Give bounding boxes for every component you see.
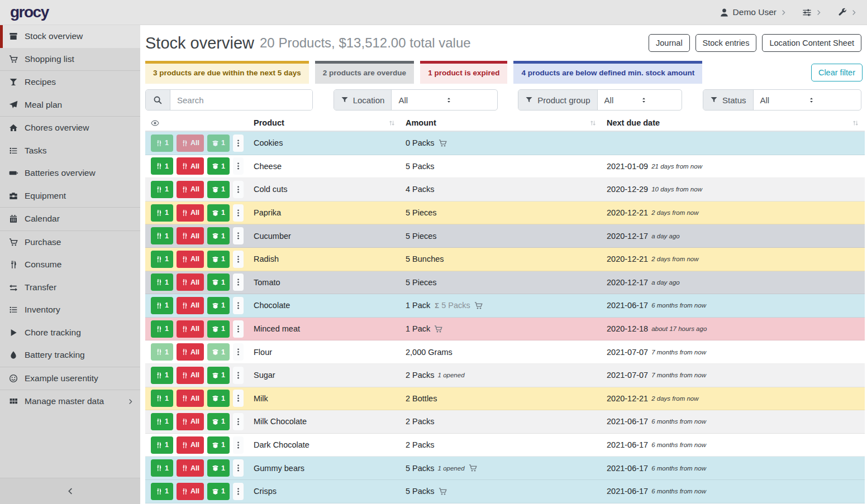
open-one-button[interactable]: 1 xyxy=(207,297,230,314)
open-one-button[interactable]: 1 xyxy=(207,413,230,430)
sidebar-item-meal-plan[interactable]: Meal plan xyxy=(0,94,140,117)
open-one-button[interactable]: 1 xyxy=(207,320,230,338)
consume-one-button[interactable]: 1 xyxy=(151,273,173,291)
open-one-button[interactable]: 1 xyxy=(207,251,230,268)
location-content-sheet-button[interactable]: Location Content Sheet xyxy=(762,34,861,52)
row-menu-button[interactable] xyxy=(233,157,244,175)
row-menu-button[interactable] xyxy=(233,343,244,361)
consume-all-button[interactable]: All xyxy=(177,181,204,198)
consume-one-button[interactable]: 1 xyxy=(151,343,173,361)
consume-all-button[interactable]: All xyxy=(177,273,204,291)
sidebar-item-manage-master-data[interactable]: Manage master data xyxy=(0,390,140,413)
open-one-button[interactable]: 1 xyxy=(207,204,230,222)
filter-select[interactable]: All xyxy=(598,90,682,110)
consume-all-button[interactable]: All xyxy=(177,251,204,268)
consume-one-button[interactable]: 1 xyxy=(151,157,173,175)
row-menu-button[interactable] xyxy=(233,204,244,222)
banner-secondary[interactable]: 2 products are overdue xyxy=(315,61,414,84)
consume-one-button[interactable]: 1 xyxy=(151,459,173,477)
row-menu-button[interactable] xyxy=(233,273,244,291)
row-menu-button[interactable] xyxy=(233,251,244,268)
consume-one-button[interactable]: 1 xyxy=(151,204,173,222)
row-menu-button[interactable] xyxy=(233,483,244,500)
consume-one-button[interactable]: 1 xyxy=(151,320,173,338)
open-one-button[interactable]: 1 xyxy=(207,390,230,407)
consume-one-button[interactable]: 1 xyxy=(151,390,173,407)
row-menu-button[interactable] xyxy=(233,227,244,244)
row-menu-button[interactable] xyxy=(233,181,244,198)
sidebar-item-purchase[interactable]: Purchase xyxy=(0,231,140,254)
column-header-product[interactable]: Product xyxy=(249,115,401,131)
row-menu-button[interactable] xyxy=(233,413,244,430)
consume-all-button[interactable]: All xyxy=(177,157,204,175)
row-menu-button[interactable] xyxy=(233,390,244,407)
filter-select[interactable]: All xyxy=(754,90,861,110)
filter-select[interactable]: All xyxy=(392,90,497,110)
row-menu-button[interactable] xyxy=(233,320,244,338)
consume-one-button[interactable]: 1 xyxy=(151,413,173,430)
sidebar-item-recipes[interactable]: Recipes xyxy=(0,71,140,94)
sidebar-item-inventory[interactable]: Inventory xyxy=(0,299,140,321)
open-one-button[interactable]: 1 xyxy=(207,343,230,361)
consume-all-button[interactable]: All xyxy=(177,204,204,222)
consume-one-button[interactable]: 1 xyxy=(151,251,173,268)
consume-all-button[interactable]: All xyxy=(177,320,204,338)
stock-entries-button[interactable]: Stock entries xyxy=(695,34,757,52)
consume-one-button[interactable]: 1 xyxy=(151,227,173,244)
sidebar-item-chores-overview[interactable]: Chores overview xyxy=(0,117,140,140)
journal-button[interactable]: Journal xyxy=(649,34,690,52)
sidebar-item-chore-tracking[interactable]: Chore tracking xyxy=(0,321,140,344)
consume-all-button[interactable]: All xyxy=(177,297,204,314)
row-menu-button[interactable] xyxy=(233,297,244,314)
sidebar-item-calendar[interactable]: Calendar xyxy=(0,208,140,231)
open-one-button[interactable]: 1 xyxy=(207,483,230,500)
sidebar-item-tasks[interactable]: Tasks xyxy=(0,140,140,162)
banner-warning[interactable]: 3 products are due within the next 5 day… xyxy=(145,61,309,84)
sidebar-collapse-button[interactable] xyxy=(0,478,140,504)
column-header-amount[interactable]: Amount xyxy=(401,115,602,131)
open-one-button[interactable]: 1 xyxy=(207,459,230,477)
sidebar-item-transfer[interactable]: Transfer xyxy=(0,276,140,299)
consume-one-button[interactable]: 1 xyxy=(151,181,173,198)
open-one-button[interactable]: 1 xyxy=(207,436,230,454)
settings-menu[interactable] xyxy=(802,8,822,17)
sidebar-item-consume[interactable]: Consume xyxy=(0,253,140,276)
consume-all-button[interactable]: All xyxy=(177,343,204,361)
consume-all-button[interactable]: All xyxy=(177,135,204,152)
sidebar-item-example-userentity[interactable]: Example userentity xyxy=(0,367,140,390)
consume-all-button[interactable]: All xyxy=(177,227,204,244)
row-menu-button[interactable] xyxy=(233,367,244,384)
search-input[interactable] xyxy=(170,90,312,110)
app-logo[interactable]: grocy xyxy=(10,3,49,21)
row-menu-button[interactable] xyxy=(233,436,244,454)
consume-all-button[interactable]: All xyxy=(177,483,204,500)
consume-all-button[interactable]: All xyxy=(177,459,204,477)
sidebar-item-battery-tracking[interactable]: Battery tracking xyxy=(0,344,140,367)
consume-one-button[interactable]: 1 xyxy=(151,436,173,454)
consume-one-button[interactable]: 1 xyxy=(151,135,173,152)
row-menu-button[interactable] xyxy=(233,135,244,152)
consume-one-button[interactable]: 1 xyxy=(151,483,173,500)
consume-all-button[interactable]: All xyxy=(177,367,204,384)
consume-all-button[interactable]: All xyxy=(177,390,204,407)
consume-all-button[interactable]: All xyxy=(177,436,204,454)
sidebar-item-batteries-overview[interactable]: Batteries overview xyxy=(0,162,140,185)
banner-danger[interactable]: 1 product is expired xyxy=(420,61,507,84)
open-one-button[interactable]: 1 xyxy=(207,181,230,198)
consume-all-button[interactable]: All xyxy=(177,413,204,430)
admin-menu[interactable] xyxy=(837,8,857,17)
row-menu-button[interactable] xyxy=(233,459,244,477)
open-one-button[interactable]: 1 xyxy=(207,227,230,244)
consume-one-button[interactable]: 1 xyxy=(151,297,173,314)
consume-one-button[interactable]: 1 xyxy=(151,367,173,384)
open-one-button[interactable]: 1 xyxy=(207,157,230,175)
column-header-next-due-date[interactable]: Next due date xyxy=(602,115,865,131)
open-one-button[interactable]: 1 xyxy=(207,273,230,291)
user-menu[interactable]: Demo User xyxy=(720,7,787,17)
open-one-button[interactable]: 1 xyxy=(207,367,230,384)
sidebar-item-equipment[interactable]: Equipment xyxy=(0,185,140,208)
sidebar-item-stock-overview[interactable]: Stock overview xyxy=(0,25,140,48)
banner-info[interactable]: 4 products are below defined min. stock … xyxy=(513,61,702,84)
sidebar-item-shopping-list[interactable]: Shopping list xyxy=(0,48,140,71)
clear-filter-button[interactable]: Clear filter xyxy=(811,64,863,81)
